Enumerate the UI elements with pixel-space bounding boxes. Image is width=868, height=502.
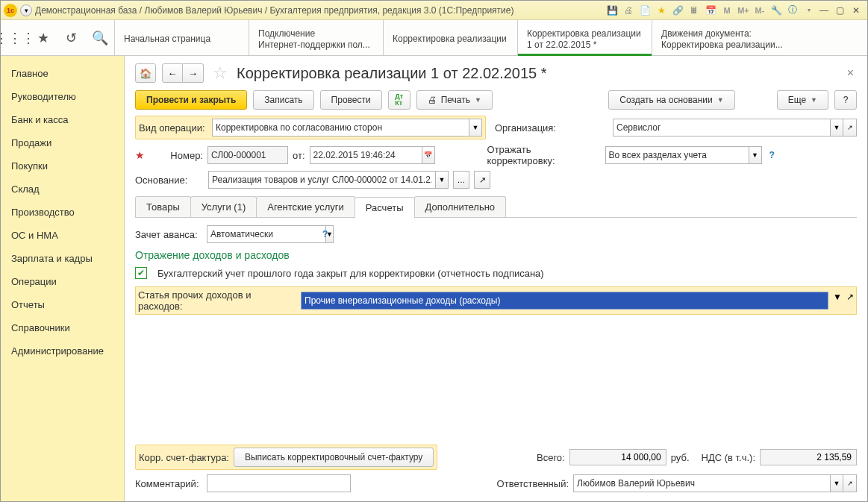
doc-header: 🏠 ← → ☆ Корректировка реализации 1 от 22… bbox=[125, 56, 867, 86]
tab-correction-1[interactable]: Корректировка реализации1 от 22.02.2015 … bbox=[517, 20, 652, 55]
open-button[interactable]: ↗ bbox=[474, 171, 490, 189]
memory-mminus[interactable]: M- bbox=[754, 4, 766, 16]
sidebar-item[interactable]: ОС и НМА bbox=[1, 224, 124, 247]
post-button[interactable]: Провести bbox=[320, 90, 382, 110]
calc-icon[interactable]: 🖩 bbox=[688, 4, 700, 16]
open-icon[interactable]: ↗ bbox=[843, 119, 857, 137]
tool-icon[interactable]: 🔧 bbox=[770, 4, 782, 16]
calendar-icon[interactable]: 📅 bbox=[422, 146, 435, 164]
help-button[interactable]: ? bbox=[834, 90, 857, 110]
dropdown-icon[interactable]: ▼ bbox=[749, 146, 762, 164]
tab-correction[interactable]: Корректировка реализации bbox=[383, 20, 517, 55]
vat-label: НДС (в т.ч.): bbox=[702, 452, 756, 463]
minimize-button[interactable]: — bbox=[819, 5, 831, 16]
info-dropdown-icon[interactable]: ▾ bbox=[803, 4, 815, 16]
dropdown-icon[interactable]: ▼ bbox=[830, 119, 843, 137]
total-label: Всего: bbox=[537, 452, 565, 463]
star-icon[interactable]: ★ bbox=[29, 20, 57, 55]
app-window: 1c ▾ Демонстрационная база / Любимов Вал… bbox=[0, 0, 868, 502]
more-button[interactable]: Еще▼ bbox=[777, 90, 828, 110]
calendar-icon[interactable]: 📅 bbox=[705, 4, 716, 16]
dropdown-icon[interactable]: ▼ bbox=[833, 292, 842, 310]
post-and-close-button[interactable]: Провести и закрыть bbox=[135, 90, 247, 110]
open-icon[interactable]: ↗ bbox=[843, 474, 857, 492]
corr-invoice-label: Корр. счет-фактура: bbox=[139, 452, 229, 463]
closed-year-checkbox[interactable]: ✔ bbox=[135, 267, 147, 279]
print-icon[interactable]: 🖨 bbox=[622, 4, 634, 16]
home-button[interactable]: 🏠 bbox=[135, 63, 156, 83]
dtkt-button[interactable]: ДтКт bbox=[388, 90, 410, 110]
org-input[interactable] bbox=[613, 119, 830, 137]
write-button[interactable]: Записать bbox=[253, 90, 313, 110]
save-icon[interactable]: 💾 bbox=[606, 4, 618, 16]
maximize-button[interactable]: ▢ bbox=[836, 5, 848, 16]
close-button[interactable]: ✕ bbox=[852, 5, 864, 16]
sidebar-item[interactable]: Зарплата и кадры bbox=[1, 247, 124, 270]
footer: Корр. счет-фактура: Выписать корректиров… bbox=[125, 440, 867, 501]
history-icon[interactable]: ↺ bbox=[57, 20, 86, 55]
favorite-toggle-icon[interactable]: ☆ bbox=[210, 63, 231, 83]
sidebar-item[interactable]: Руководителю bbox=[1, 85, 124, 108]
info-icon[interactable]: ⓘ bbox=[787, 4, 799, 16]
help-icon[interactable]: ? bbox=[766, 150, 778, 160]
sidebar-item[interactable]: Банк и касса bbox=[1, 108, 124, 131]
op-type-input[interactable] bbox=[212, 119, 469, 137]
responsible-label: Ответственный: bbox=[497, 478, 569, 489]
window-title: Демонстрационная база / Любимов Валерий … bbox=[35, 5, 513, 16]
link-icon[interactable]: 🔗 bbox=[672, 4, 684, 16]
reflect-input[interactable] bbox=[605, 146, 749, 164]
sidebar-item[interactable]: Производство bbox=[1, 201, 124, 224]
open-icon[interactable]: ↗ bbox=[846, 292, 854, 310]
tab-body: Зачет аванса: ▼ ? Отражение доходов и ра… bbox=[125, 218, 867, 440]
doc-icon[interactable]: 📄 bbox=[639, 4, 651, 16]
subtab-calc[interactable]: Расчеты bbox=[355, 197, 415, 218]
op-type-label: Вид операции: bbox=[139, 122, 207, 134]
number-input[interactable] bbox=[207, 146, 288, 164]
print-button[interactable]: 🖨Печать▼ bbox=[416, 90, 493, 110]
comment-input[interactable] bbox=[207, 474, 351, 492]
responsible-input[interactable] bbox=[573, 474, 830, 492]
section-title: Отражение доходов и расходов bbox=[135, 249, 857, 261]
sidebar-item[interactable]: Операции bbox=[1, 270, 124, 293]
sidebar-item[interactable]: Склад bbox=[1, 178, 124, 201]
closed-year-label: Бухгалтерский учет прошлого года закрыт … bbox=[157, 268, 544, 279]
sidebar-item[interactable]: Продажи bbox=[1, 131, 124, 154]
memory-m[interactable]: M bbox=[721, 4, 733, 16]
doc-form: Вид операции: ▼ Организация: ▼ ↗ bbox=[125, 114, 867, 193]
comment-label: Комментарий: bbox=[135, 478, 202, 489]
sidebar-item[interactable]: Отчеты bbox=[1, 293, 124, 316]
select-button[interactable]: … bbox=[453, 171, 469, 189]
forward-button[interactable]: → bbox=[183, 63, 204, 83]
close-doc-button[interactable]: × bbox=[844, 66, 857, 80]
help-icon[interactable]: ? bbox=[319, 229, 331, 239]
sidebar-item[interactable]: Главное bbox=[1, 62, 124, 85]
back-button[interactable]: ← bbox=[162, 63, 183, 83]
subtab-services[interactable]: Услуги (1) bbox=[190, 196, 257, 217]
tab-internet[interactable]: ПодключениеИнтернет-поддержки пол... bbox=[249, 20, 383, 55]
dropdown-icon[interactable]: ▼ bbox=[469, 119, 482, 137]
apps-icon[interactable]: ⋮⋮⋮ bbox=[1, 20, 29, 55]
printer-icon: 🖨 bbox=[428, 95, 437, 105]
tab-start[interactable]: Начальная страница bbox=[114, 20, 249, 55]
memory-mplus[interactable]: M+ bbox=[737, 4, 749, 16]
dropdown-icon[interactable]: ▼ bbox=[830, 474, 843, 492]
date-input[interactable] bbox=[310, 146, 422, 164]
favorite-icon[interactable]: ★ bbox=[655, 4, 667, 16]
sidebar-item[interactable]: Администрирование bbox=[1, 339, 124, 363]
tab-movements[interactable]: Движения документа:Корректировка реализа… bbox=[652, 20, 792, 55]
search-icon[interactable]: 🔍 bbox=[86, 20, 114, 55]
subtab-goods[interactable]: Товары bbox=[135, 196, 191, 217]
org-label: Организация: bbox=[495, 122, 608, 134]
advance-input[interactable] bbox=[207, 225, 325, 243]
article-input[interactable]: Прочие внереализационные доходы (расходы… bbox=[301, 292, 828, 310]
subtab-agent[interactable]: Агентские услуги bbox=[256, 196, 355, 217]
sidebar-item[interactable]: Справочники bbox=[1, 316, 124, 339]
create-based-button[interactable]: Создать на основании▼ bbox=[608, 90, 734, 110]
subtab-extra[interactable]: Дополнительно bbox=[414, 196, 507, 217]
sidebar-item[interactable]: Покупки bbox=[1, 154, 124, 178]
dropdown-icon[interactable]: ▼ bbox=[435, 171, 449, 189]
basis-input[interactable] bbox=[208, 171, 435, 189]
dropdown-icon[interactable]: ▾ bbox=[20, 4, 32, 16]
create-corr-invoice-button[interactable]: Выписать корректировочный счет-фактуру bbox=[234, 448, 434, 467]
basis-label: Основание: bbox=[135, 175, 204, 186]
